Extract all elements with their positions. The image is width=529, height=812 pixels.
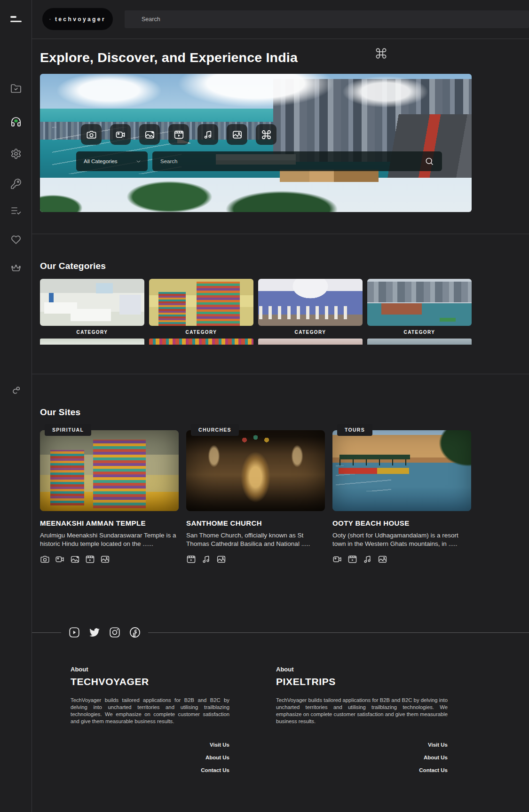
headphones-icon xyxy=(10,116,22,127)
site-description: Arulmigu Meenakshi Sundaraswarar Temple … xyxy=(40,531,179,548)
site-badge: TOURS xyxy=(337,424,372,436)
sidebar-item-settings[interactable] xyxy=(10,148,22,159)
contact-us-link[interactable]: Contact Us xyxy=(276,767,448,773)
category-dropdown[interactable]: All Categories xyxy=(76,151,148,171)
contact-us-link[interactable]: Contact Us xyxy=(71,767,229,773)
menu-icon[interactable] xyxy=(10,16,22,22)
visit-us-link[interactable]: Visit Us xyxy=(71,742,229,748)
site-description: Ooty (short for Udhagamandalam) is a res… xyxy=(332,531,471,548)
hero-search-box xyxy=(152,151,442,171)
topbar: techvoyager xyxy=(32,0,529,39)
sidebar-item-key[interactable] xyxy=(10,178,22,189)
footer-links: Visit Us About Us Contact Us xyxy=(276,742,448,773)
sidebar-item-headphones[interactable] xyxy=(10,116,22,127)
reel-icon[interactable] xyxy=(347,554,357,564)
visit-us-link[interactable]: Visit Us xyxy=(276,742,448,748)
category-label: CATEGORY xyxy=(258,326,363,339)
image-icon[interactable] xyxy=(100,554,110,564)
facebook-icon[interactable] xyxy=(129,626,141,639)
footer-body: TechVoyager builds tailored applications… xyxy=(71,697,229,725)
categories-row: CATEGORY CATEGORY CATEGORY CATEGORY xyxy=(40,279,472,345)
search-icon[interactable] xyxy=(425,157,434,166)
music-button[interactable] xyxy=(197,124,218,145)
sidebar-item-folder-check[interactable] xyxy=(10,83,22,95)
footer-about-label: About xyxy=(276,666,448,673)
site-badge: SPIRITUAL xyxy=(45,424,91,436)
reel-button[interactable] xyxy=(168,124,189,145)
menu-bar xyxy=(10,21,22,23)
hero-search-input[interactable] xyxy=(152,151,442,171)
music-icon xyxy=(203,129,213,140)
category-next-image xyxy=(367,339,472,345)
folder-check-icon xyxy=(10,83,22,95)
category-card[interactable]: CATEGORY xyxy=(258,279,363,345)
about-us-link[interactable]: About Us xyxy=(71,755,229,760)
hero-banner: All Categories xyxy=(40,74,472,212)
twitter-icon[interactable] xyxy=(88,626,101,639)
image-icon[interactable] xyxy=(378,554,387,564)
command-button[interactable] xyxy=(256,124,276,145)
site-description: San Thome Church, officially known as St… xyxy=(186,531,325,548)
site-image-santhome[interactable] xyxy=(186,430,325,511)
reel-icon[interactable] xyxy=(85,554,95,564)
image-heart-icon[interactable] xyxy=(70,554,80,564)
video-icon xyxy=(115,129,126,140)
sidebar-item-share[interactable] xyxy=(10,385,22,396)
youtube-icon[interactable] xyxy=(68,626,80,639)
category-card[interactable]: CATEGORY xyxy=(40,279,144,345)
music-icon[interactable] xyxy=(201,554,211,564)
page-title: Explore, Discover, and Experience India xyxy=(40,50,472,65)
video-icon[interactable] xyxy=(332,554,342,564)
category-label: CATEGORY xyxy=(40,326,144,339)
category-next-image xyxy=(258,339,363,345)
heart-icon xyxy=(10,234,22,245)
video-button[interactable] xyxy=(110,124,131,145)
social-row xyxy=(32,625,529,640)
reel-icon[interactable] xyxy=(186,554,196,564)
list-check-icon xyxy=(10,205,22,216)
sidebar-item-premium[interactable] xyxy=(10,263,22,275)
image-icon xyxy=(232,129,243,140)
title-row: Explore, Discover, and Experience India xyxy=(40,50,472,65)
category-image-museum xyxy=(258,279,363,326)
instagram-icon[interactable] xyxy=(109,626,121,639)
camera-button[interactable] xyxy=(81,124,102,145)
site-badge: CHURCHES xyxy=(191,424,239,436)
command-icon xyxy=(261,129,272,140)
music-icon[interactable] xyxy=(363,554,372,564)
site-title: SANTHOME CHURCH xyxy=(186,519,325,527)
category-card[interactable]: CATEGORY xyxy=(367,279,472,345)
image-icon[interactable] xyxy=(216,554,226,564)
footer-about-label: About xyxy=(71,666,229,673)
site-media-icons xyxy=(40,554,179,564)
categories-section: Our Categories CATEGORY CATEGORY CATEGOR… xyxy=(32,234,529,374)
category-image-hospital xyxy=(40,279,144,326)
logo[interactable]: techvoyager xyxy=(42,8,113,30)
category-card[interactable]: CATEGORY xyxy=(149,279,253,345)
image-heart-button[interactable] xyxy=(139,124,160,145)
about-us-link[interactable]: About Us xyxy=(276,755,448,760)
command-icon[interactable] xyxy=(375,47,387,60)
sidebar xyxy=(0,0,32,812)
site-title: OOTY BEACH HOUSE xyxy=(332,519,471,527)
camera-icon[interactable] xyxy=(40,554,50,564)
category-next-image xyxy=(40,339,144,345)
search-input[interactable] xyxy=(125,10,529,28)
footer-title: PIXELTRIPS xyxy=(276,676,448,687)
site-media-icons xyxy=(186,554,325,564)
category-dropdown-label: All Categories xyxy=(84,158,118,164)
site-image-ooty[interactable] xyxy=(332,430,471,511)
category-image-harbor xyxy=(367,279,472,326)
sailboat-icon xyxy=(49,14,51,25)
image-heart-icon xyxy=(144,129,155,140)
video-icon[interactable] xyxy=(55,554,65,564)
image-button[interactable] xyxy=(227,124,247,145)
sidebar-item-favorites[interactable] xyxy=(10,234,22,245)
main-area: techvoyager Explore, Discover, and Exper… xyxy=(32,0,529,780)
category-image-temple xyxy=(149,279,253,326)
site-image-meenakshi[interactable] xyxy=(40,430,179,511)
site-card: SPIRITUAL MEENAKSHI AMMAN TEMPLE Arulmig… xyxy=(40,424,179,564)
site-title: MEENAKSHI AMMAN TEMPLE xyxy=(40,519,179,527)
sidebar-item-list-check[interactable] xyxy=(10,205,22,216)
key-icon xyxy=(10,178,22,189)
